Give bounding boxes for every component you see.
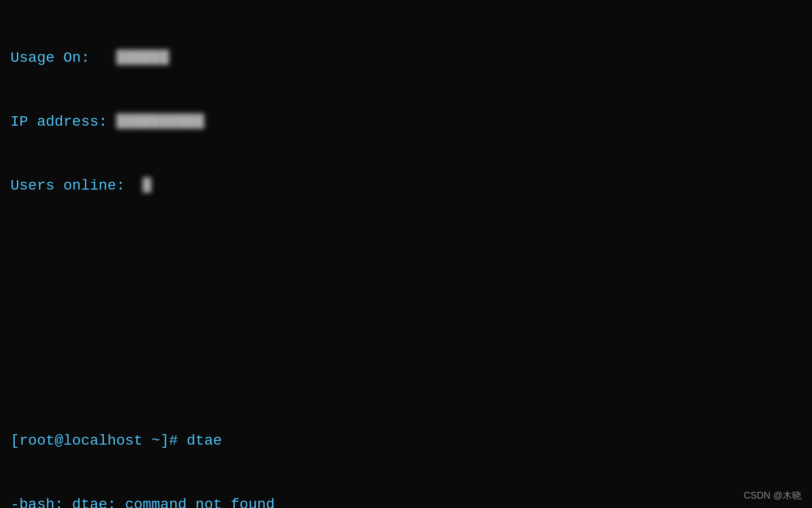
empty3 bbox=[10, 367, 802, 388]
terminal-output: Usage On: ██████ IP address: ██████████ … bbox=[10, 5, 802, 508]
cmd-dtae: [root@localhost ~]# dtae bbox=[10, 430, 802, 452]
users-line: Users online: █ bbox=[10, 175, 802, 197]
users-value: █ bbox=[143, 175, 151, 197]
usage-line: Usage On: ██████ bbox=[10, 48, 802, 69]
empty1 bbox=[10, 239, 802, 261]
empty2 bbox=[10, 303, 802, 324]
ip-line: IP address: ██████████ bbox=[10, 112, 802, 133]
err-dtae: -bash: dtae: command not found bbox=[10, 494, 802, 508]
ip-value: ██████████ bbox=[116, 112, 204, 133]
watermark: CSDN @木晓 bbox=[744, 489, 802, 502]
usage-value: ██████ bbox=[116, 48, 169, 69]
